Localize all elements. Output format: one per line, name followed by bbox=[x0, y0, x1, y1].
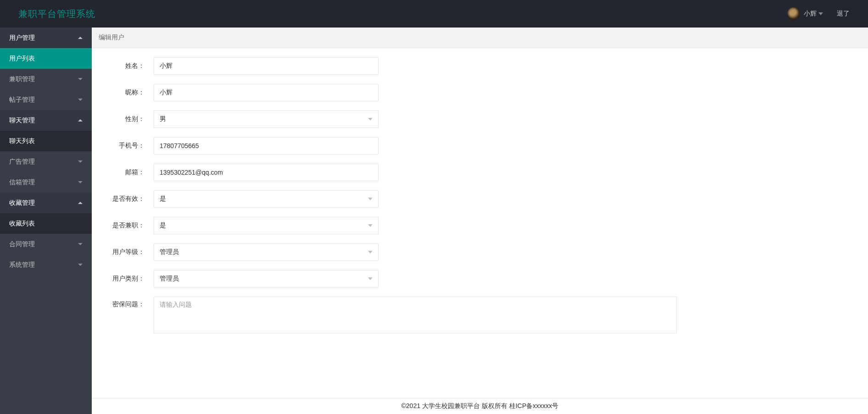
chevron-down-icon bbox=[78, 160, 83, 163]
sidebar: 用户管理 用户列表 兼职管理 帖子管理 聊天管理 聊天列表 广告管理 信箱管理 bbox=[0, 28, 92, 414]
ispt-select[interactable]: 是 bbox=[154, 217, 378, 234]
type-label: 用户类别： bbox=[92, 275, 154, 283]
user-name: 小辉 bbox=[804, 10, 817, 18]
secq-textarea[interactable] bbox=[154, 297, 677, 333]
sidebar-item-user-mgmt[interactable]: 用户管理 bbox=[0, 28, 92, 48]
sidebar-item-system-mgmt[interactable]: 系统管理 bbox=[0, 254, 92, 275]
user-area: 小辉 退了 bbox=[787, 7, 850, 20]
sidebar-item-label: 收藏管理 bbox=[9, 199, 35, 207]
type-value: 管理员 bbox=[160, 275, 179, 283]
chevron-down-icon bbox=[78, 181, 83, 183]
sidebar-item-chat-mgmt[interactable]: 聊天管理 bbox=[0, 110, 92, 131]
sidebar-item-label: 用户管理 bbox=[9, 34, 35, 42]
sidebar-item-label: 收藏列表 bbox=[9, 220, 35, 228]
sidebar-item-label: 聊天列表 bbox=[9, 137, 35, 145]
sidebar-item-contract-mgmt[interactable]: 合同管理 bbox=[0, 234, 92, 254]
sidebar-item-user-list[interactable]: 用户列表 bbox=[0, 48, 92, 69]
chevron-up-icon bbox=[78, 37, 83, 39]
nick-label: 昵称： bbox=[92, 88, 154, 97]
phone-label: 手机号： bbox=[92, 142, 154, 150]
type-select[interactable]: 管理员 bbox=[154, 270, 378, 287]
chevron-down-icon bbox=[368, 118, 373, 121]
sidebar-item-label: 系统管理 bbox=[9, 261, 35, 269]
valid-select[interactable]: 是 bbox=[154, 190, 378, 208]
chevron-down-icon bbox=[368, 251, 373, 254]
chevron-down-icon bbox=[78, 99, 83, 101]
sidebar-item-fav-mgmt[interactable]: 收藏管理 bbox=[0, 193, 92, 213]
chevron-up-icon bbox=[78, 119, 83, 121]
sidebar-item-mail-mgmt[interactable]: 信箱管理 bbox=[0, 172, 92, 193]
caret-down-icon bbox=[818, 12, 823, 15]
valid-label: 是否有效： bbox=[92, 195, 154, 203]
sidebar-item-label: 广告管理 bbox=[9, 158, 35, 166]
sidebar-item-label: 帖子管理 bbox=[9, 96, 35, 104]
sidebar-item-label: 信箱管理 bbox=[9, 178, 35, 187]
sidebar-item-chat-list[interactable]: 聊天列表 bbox=[0, 131, 92, 151]
main-row: 用户管理 用户列表 兼职管理 帖子管理 聊天管理 聊天列表 广告管理 信箱管理 bbox=[0, 28, 868, 414]
chevron-down-icon bbox=[78, 264, 83, 266]
sidebar-item-ad-mgmt[interactable]: 广告管理 bbox=[0, 151, 92, 172]
chevron-up-icon bbox=[78, 202, 83, 204]
chevron-down-icon bbox=[368, 224, 373, 227]
gender-select[interactable]: 男 bbox=[154, 110, 378, 128]
nick-input[interactable] bbox=[154, 84, 378, 101]
logout-link[interactable]: 退了 bbox=[837, 10, 850, 18]
page-title: 编辑用户 bbox=[92, 28, 868, 48]
ispt-label: 是否兼职： bbox=[92, 221, 154, 230]
gender-label: 性别： bbox=[92, 115, 154, 123]
email-input[interactable] bbox=[154, 164, 378, 181]
copyright-footer: ©2021 大学生校园兼职平台 版权所有 桂ICP备xxxxxx号 bbox=[92, 398, 868, 414]
user-name-wrap: 小辉 bbox=[804, 10, 823, 18]
ispt-value: 是 bbox=[160, 221, 166, 230]
brand-title: 兼职平台管理系统 bbox=[18, 8, 95, 20]
name-input[interactable] bbox=[154, 57, 378, 75]
chevron-down-icon bbox=[78, 243, 83, 245]
sidebar-item-post-mgmt[interactable]: 帖子管理 bbox=[0, 89, 92, 110]
chevron-down-icon bbox=[368, 277, 373, 280]
form-board: 姓名： 昵称： 性别： 男 手机号： bbox=[92, 48, 868, 414]
sidebar-item-label: 聊天管理 bbox=[9, 116, 35, 125]
name-label: 姓名： bbox=[92, 62, 154, 70]
content-pane: 编辑用户 点击此处返回 姓名： 昵称： 性别： 男 bbox=[92, 28, 868, 414]
level-select[interactable]: 管理员 bbox=[154, 243, 378, 261]
sidebar-item-label: 合同管理 bbox=[9, 240, 35, 248]
valid-value: 是 bbox=[160, 195, 166, 203]
avatar bbox=[787, 7, 800, 20]
chevron-down-icon bbox=[368, 198, 373, 200]
chevron-down-icon bbox=[78, 78, 83, 80]
sidebar-item-label: 兼职管理 bbox=[9, 75, 35, 83]
gender-value: 男 bbox=[160, 115, 166, 123]
user-dropdown[interactable]: 小辉 bbox=[787, 7, 823, 20]
level-value: 管理员 bbox=[160, 248, 179, 256]
secq-label: 密保问题： bbox=[92, 297, 154, 309]
level-label: 用户等级： bbox=[92, 248, 154, 256]
sidebar-item-fav-list[interactable]: 收藏列表 bbox=[0, 213, 92, 234]
email-label: 邮箱： bbox=[92, 168, 154, 177]
sidebar-item-label: 用户列表 bbox=[9, 55, 35, 63]
app-header: 兼职平台管理系统 小辉 退了 bbox=[0, 0, 868, 28]
phone-input[interactable] bbox=[154, 137, 378, 155]
sidebar-item-parttime-mgmt[interactable]: 兼职管理 bbox=[0, 69, 92, 89]
